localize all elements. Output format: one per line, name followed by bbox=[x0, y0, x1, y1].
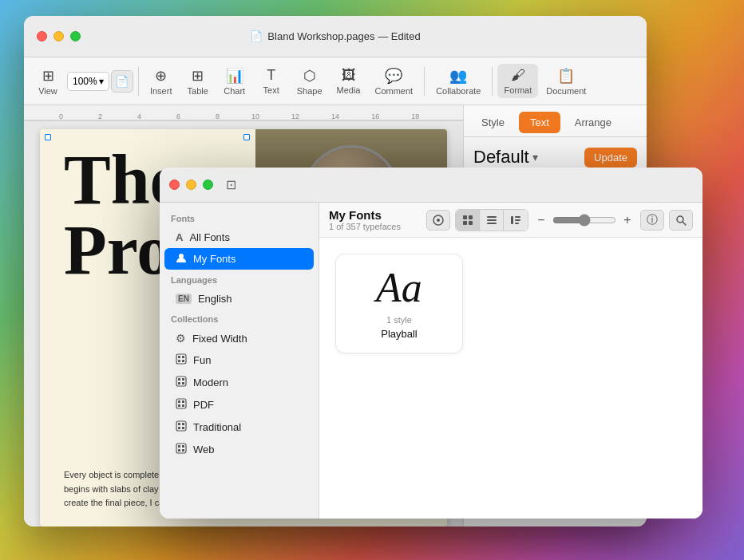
search-btn[interactable] bbox=[669, 210, 693, 231]
tab-text[interactable]: Text bbox=[519, 112, 560, 133]
fontbook-subtitle: 1 of 357 typefaces bbox=[329, 222, 420, 231]
svg-point-27 bbox=[437, 219, 440, 222]
doc-icon: 📄 bbox=[250, 30, 263, 42]
tab-style[interactable]: Style bbox=[470, 112, 516, 136]
svg-rect-22 bbox=[178, 445, 180, 448]
traditional-icon bbox=[176, 420, 187, 434]
section-header-languages: Languages bbox=[160, 270, 319, 288]
sidebar-item-modern[interactable]: Modern bbox=[164, 372, 314, 393]
toolbar-shape[interactable]: ⬡ Shape bbox=[291, 64, 329, 99]
fontbook-title: My Fonts bbox=[329, 208, 420, 222]
svg-rect-10 bbox=[182, 382, 184, 385]
svg-rect-6 bbox=[176, 377, 186, 386]
svg-rect-15 bbox=[182, 404, 184, 407]
svg-rect-11 bbox=[176, 399, 186, 408]
svg-rect-3 bbox=[182, 356, 184, 358]
size-slider-row: − + bbox=[533, 213, 635, 227]
detail-view-btn[interactable] bbox=[504, 210, 528, 231]
update-button[interactable]: Update bbox=[584, 148, 637, 168]
tab-arrange[interactable]: Arrange bbox=[564, 112, 623, 136]
svg-rect-18 bbox=[182, 423, 184, 425]
my-fonts-icon bbox=[176, 252, 187, 266]
svg-rect-4 bbox=[178, 360, 180, 362]
svg-rect-14 bbox=[178, 404, 180, 407]
svg-rect-33 bbox=[487, 219, 497, 221]
svg-rect-1 bbox=[176, 354, 186, 364]
fontbook-titlebar: ⊡ bbox=[160, 168, 702, 203]
font-preview: Aa bbox=[376, 267, 422, 309]
svg-rect-36 bbox=[515, 216, 520, 218]
minimize-button[interactable] bbox=[53, 31, 64, 41]
sidebar-item-fun[interactable]: Fun bbox=[164, 349, 314, 371]
window-title: 📄 Bland Workshop.pages — Edited bbox=[250, 30, 420, 42]
default-row: Default ▾ Update bbox=[473, 147, 637, 168]
preview-options-btn[interactable] bbox=[426, 210, 450, 231]
fontbook-main: My Fonts 1 of 357 typefaces bbox=[319, 203, 702, 519]
fixed-width-icon: ⚙ bbox=[176, 332, 186, 345]
decrease-size-btn[interactable]: − bbox=[533, 213, 549, 227]
font-card-playball[interactable]: Aa 1 style Playball bbox=[335, 254, 463, 353]
list-view-btn[interactable] bbox=[480, 210, 504, 231]
svg-rect-35 bbox=[511, 216, 513, 224]
chevron-down-icon: ▾ bbox=[532, 151, 538, 164]
toolbar-text[interactable]: T Text bbox=[254, 64, 289, 98]
sidebar-item-fixed-width[interactable]: ⚙ Fixed Width bbox=[164, 328, 314, 349]
svg-rect-7 bbox=[178, 378, 180, 381]
default-label-row[interactable]: Default ▾ bbox=[473, 147, 538, 168]
view-icon: ⊞ bbox=[42, 67, 54, 85]
svg-rect-32 bbox=[487, 216, 497, 218]
fun-icon bbox=[176, 353, 187, 367]
fb-minimize-button[interactable] bbox=[186, 179, 196, 190]
fontbook-sidebar: Fonts A All Fonts My Fonts Languages EN … bbox=[160, 203, 319, 519]
selection-handle[interactable] bbox=[45, 134, 51, 140]
toolbar-addpage-btn[interactable]: 📄 bbox=[111, 70, 133, 93]
zoom-control[interactable]: 100% ▾ bbox=[67, 72, 109, 91]
chart-icon: 📊 bbox=[226, 67, 243, 85]
toolbar-media[interactable]: 🖼 Media bbox=[330, 64, 367, 98]
svg-rect-19 bbox=[178, 427, 180, 429]
size-slider[interactable] bbox=[552, 214, 616, 227]
pdf-icon bbox=[176, 398, 187, 412]
increase-size-btn[interactable]: + bbox=[619, 213, 635, 227]
sidebar-item-web[interactable]: Web bbox=[164, 439, 314, 460]
svg-rect-38 bbox=[515, 223, 519, 224]
fontbook-header-info: My Fonts 1 of 357 typefaces bbox=[329, 208, 420, 231]
sidebar-item-english[interactable]: EN English bbox=[164, 289, 314, 309]
sidebar-item-my-fonts[interactable]: My Fonts bbox=[164, 248, 314, 270]
traffic-lights bbox=[37, 31, 81, 41]
fontbook-toolbar-actions: − + ⓘ bbox=[426, 209, 693, 231]
selection-handle[interactable] bbox=[243, 134, 250, 140]
fontbook-content[interactable]: Aa 1 style Playball bbox=[319, 238, 702, 519]
svg-rect-23 bbox=[182, 445, 184, 448]
sidebar-item-traditional[interactable]: Traditional bbox=[164, 416, 314, 438]
fb-maximize-button[interactable] bbox=[203, 179, 213, 190]
svg-rect-21 bbox=[176, 444, 186, 453]
fb-close-button[interactable] bbox=[169, 179, 180, 190]
toolbar-table[interactable]: ⊞ Table bbox=[180, 64, 216, 99]
toolbar-format[interactable]: 🖌 Format bbox=[497, 64, 538, 98]
toolbar-collaborate[interactable]: 👥 Collaborate bbox=[429, 64, 487, 99]
svg-rect-34 bbox=[487, 223, 497, 224]
toolbar-separator bbox=[138, 67, 139, 96]
toolbar-insert[interactable]: ⊕ Insert bbox=[144, 64, 179, 99]
zoom-chevron-icon: ▾ bbox=[99, 76, 104, 87]
toolbar-comment[interactable]: 💬 Comment bbox=[368, 64, 419, 99]
svg-rect-12 bbox=[178, 400, 180, 403]
insert-icon: ⊕ bbox=[155, 67, 167, 85]
font-name: Playball bbox=[381, 328, 418, 340]
toolbar-view[interactable]: ⊞ View bbox=[30, 64, 65, 99]
svg-rect-17 bbox=[178, 423, 180, 425]
grid-view-btn[interactable] bbox=[456, 210, 480, 231]
sidebar-item-pdf[interactable]: PDF bbox=[164, 394, 314, 416]
toolbar-separator-2 bbox=[424, 67, 425, 96]
toolbar-document[interactable]: 📋 Document bbox=[540, 64, 592, 99]
web-icon bbox=[176, 443, 187, 456]
sidebar-item-all-fonts[interactable]: A All Fonts bbox=[164, 227, 314, 247]
info-btn[interactable]: ⓘ bbox=[640, 210, 664, 231]
close-button[interactable] bbox=[37, 31, 47, 41]
maximize-button[interactable] bbox=[70, 31, 81, 41]
info-icon: ⓘ bbox=[647, 213, 658, 227]
sidebar-toggle-icon[interactable]: ⊡ bbox=[226, 177, 236, 192]
toolbar-chart[interactable]: 📊 Chart bbox=[217, 64, 252, 99]
collaborate-icon: 👥 bbox=[449, 67, 467, 85]
